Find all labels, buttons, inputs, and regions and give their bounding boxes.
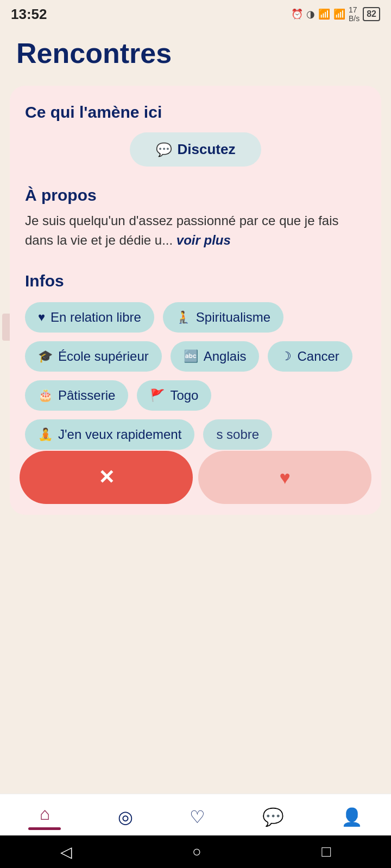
nav-likes[interactable]: ♡ xyxy=(190,807,205,827)
dislike-icon: ✕ xyxy=(98,466,115,489)
profile-icon: 👤 xyxy=(341,807,363,827)
nav-messages[interactable]: 💬 xyxy=(262,807,284,827)
data-speed: 17B/s xyxy=(349,5,360,23)
tag-rapidement: 🧘 J'en veux rapidement xyxy=(25,419,194,450)
discutez-label: Discutez xyxy=(178,141,236,158)
apropos-title: À propos xyxy=(25,186,366,205)
tag-sobre-partial: s sobre xyxy=(203,419,272,450)
android-nav-bar: ◁ ○ □ xyxy=(0,835,391,868)
tags-container: ♥ En relation libre 🧎 Spiritualisme 🎓 Éc… xyxy=(25,302,366,450)
action-bar: ✕ ♥ xyxy=(10,451,381,504)
android-back[interactable]: ◁ xyxy=(60,843,72,861)
location-icon: ◎ xyxy=(118,807,133,827)
discutez-button[interactable]: 💬 Discutez xyxy=(130,132,262,167)
status-icons: ⏰ ◑ 📶 📶 17B/s 82 xyxy=(291,5,380,23)
tag-ecole-label: École supérieur xyxy=(58,349,149,364)
chat-nav-icon: 💬 xyxy=(262,807,284,827)
tag-togo: 🚩 Togo xyxy=(137,380,211,411)
section-why-title: Ce qui l'amène ici xyxy=(25,103,366,122)
signal-icon: 📶 xyxy=(333,8,345,20)
home-icon: ⌂ xyxy=(40,804,50,824)
heart-nav-icon: ♡ xyxy=(190,807,205,827)
status-bar: 13:52 ⏰ ◑ 📶 📶 17B/s 82 xyxy=(0,0,391,26)
tag-spiritualisme-label: Spiritualisme xyxy=(196,310,270,325)
tag-spiritualisme: 🧎 Spiritualisme xyxy=(163,302,283,333)
bottom-nav: ⌂ ◎ ♡ 💬 👤 xyxy=(0,794,391,835)
dislike-button[interactable]: ✕ xyxy=(20,451,193,504)
like-icon: ♥ xyxy=(279,467,290,488)
main-card: Ce qui l'amène ici 💬 Discutez À propos J… xyxy=(10,86,381,515)
chat-icon: 💬 xyxy=(156,142,172,157)
tag-ecole: 🎓 École supérieur xyxy=(25,341,162,372)
wifi-icon: 📶 xyxy=(318,8,330,20)
tag-anglais-label: Anglais xyxy=(204,349,247,364)
apropos-text: Je suis quelqu'un d'assez passionné par … xyxy=(25,211,366,250)
fast-icon: 🧘 xyxy=(38,427,53,442)
language-icon: 🔤 xyxy=(184,349,198,363)
nav-profile[interactable]: 👤 xyxy=(341,807,363,827)
nav-location[interactable]: ◎ xyxy=(118,807,133,827)
flag-icon: 🚩 xyxy=(150,388,165,403)
tag-anglais: 🔤 Anglais xyxy=(171,341,260,372)
tag-patisserie: 🎂 Pâtisserie xyxy=(25,380,128,411)
like-button[interactable]: ♥ xyxy=(198,451,371,504)
tag-togo-label: Togo xyxy=(170,388,198,403)
tag-relation-label: En relation libre xyxy=(51,310,141,325)
page-title: Rencontres xyxy=(0,26,391,86)
sobre-partial-text: s sobre xyxy=(216,427,259,442)
tag-cancer-label: Cancer xyxy=(297,349,339,364)
nav-active-indicator xyxy=(28,827,61,830)
pie-icon: ◑ xyxy=(306,8,315,20)
nav-home[interactable]: ⌂ xyxy=(28,804,61,830)
voir-plus-link[interactable]: voir plus xyxy=(176,233,231,247)
moon-icon: ☽ xyxy=(281,349,292,363)
graduation-icon: 🎓 xyxy=(38,349,53,363)
heart-icon: ♥ xyxy=(38,310,45,324)
tag-rapidement-label: J'en veux rapidement xyxy=(58,427,181,442)
spiritual-icon: 🧎 xyxy=(176,310,191,324)
tag-patisserie-label: Pâtisserie xyxy=(58,388,115,403)
battery-indicator: 82 xyxy=(363,7,380,21)
edge-tab xyxy=(2,314,10,341)
alarm-icon: ⏰ xyxy=(291,8,303,20)
android-recent[interactable]: □ xyxy=(321,843,331,860)
status-time: 13:52 xyxy=(11,6,47,23)
patisserie-icon: 🎂 xyxy=(38,388,53,403)
tag-cancer: ☽ Cancer xyxy=(268,341,352,372)
tag-relation: ♥ En relation libre xyxy=(25,302,154,333)
infos-title: Infos xyxy=(25,272,366,290)
android-home[interactable]: ○ xyxy=(192,843,201,860)
